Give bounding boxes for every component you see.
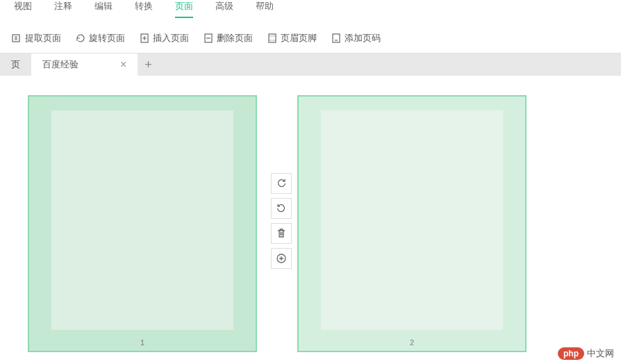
pagenum-label: 添加页码 — [345, 32, 381, 44]
add-pagenum-button[interactable]: 添加页码 — [326, 29, 385, 47]
rotate-icon — [75, 33, 86, 44]
rotate-cw-button[interactable] — [271, 173, 292, 194]
page-actions — [271, 173, 292, 269]
rotate-ccw-icon — [276, 203, 287, 214]
pagenum-icon — [331, 33, 342, 44]
header-icon — [267, 33, 278, 44]
rotate-page-button[interactable]: 旋转页面 — [71, 29, 129, 47]
watermark-text: 中文网 — [587, 347, 614, 360]
close-icon[interactable]: × — [120, 58, 126, 71]
delete-page-button[interactable]: 删除页面 — [199, 29, 257, 47]
menu-advanced[interactable]: 高级 — [215, 0, 233, 18]
delete-thumb-button[interactable] — [271, 223, 292, 244]
rotate-ccw-button[interactable] — [271, 198, 292, 219]
tab-label: 百度经验 — [42, 58, 78, 71]
extract-label: 提取页面 — [25, 32, 61, 44]
page-thumbnail-1[interactable]: 1 — [28, 95, 257, 352]
toolbar: 提取页面 旋转页面 插入页面 删除页面 页眉页脚 添加页码 — [0, 24, 621, 53]
extract-icon — [11, 33, 22, 44]
tab-bar: 页 百度经验 × + — [0, 53, 621, 76]
menu-edit[interactable]: 编辑 — [94, 0, 113, 18]
rotate-label: 旋转页面 — [89, 32, 125, 44]
plus-circle-icon — [276, 253, 287, 264]
add-thumb-button[interactable] — [271, 248, 292, 269]
page-thumbnail-2[interactable]: 2 — [297, 95, 527, 352]
watermark: php 中文网 — [558, 347, 614, 360]
menu-view[interactable]: 视图 — [14, 0, 32, 18]
tab-partial-label: 页 — [11, 58, 20, 71]
menu-bar: 视图 注释 编辑 转换 页面 高级 帮助 — [0, 0, 621, 24]
insert-label: 插入页面 — [153, 32, 189, 44]
watermark-badge: php — [558, 347, 584, 360]
header-label: 页眉页脚 — [281, 32, 317, 44]
page-number: 2 — [410, 338, 414, 347]
page-number: 1 — [140, 338, 144, 347]
add-tab-button[interactable]: + — [138, 58, 159, 72]
extract-page-button[interactable]: 提取页面 — [7, 29, 65, 47]
page-preview — [51, 110, 233, 330]
rotate-cw-icon — [276, 178, 287, 189]
header-footer-button[interactable]: 页眉页脚 — [263, 29, 321, 47]
menu-annotate[interactable]: 注释 — [54, 0, 72, 18]
menu-convert[interactable]: 转换 — [135, 0, 153, 18]
insert-icon — [139, 33, 150, 44]
page-preview — [321, 110, 503, 330]
svg-rect-4 — [333, 34, 340, 42]
menu-page[interactable]: 页面 — [175, 0, 193, 18]
svg-rect-3 — [269, 34, 276, 42]
page-grid: 1 2 — [0, 76, 621, 364]
insert-page-button[interactable]: 插入页面 — [135, 29, 193, 47]
delete-label: 删除页面 — [217, 32, 253, 44]
trash-icon — [276, 228, 287, 239]
menu-help[interactable]: 帮助 — [256, 0, 274, 18]
tab-partial[interactable]: 页 — [0, 53, 31, 76]
tab-baidu[interactable]: 百度经验 × — [31, 53, 138, 76]
delete-icon — [203, 33, 214, 44]
